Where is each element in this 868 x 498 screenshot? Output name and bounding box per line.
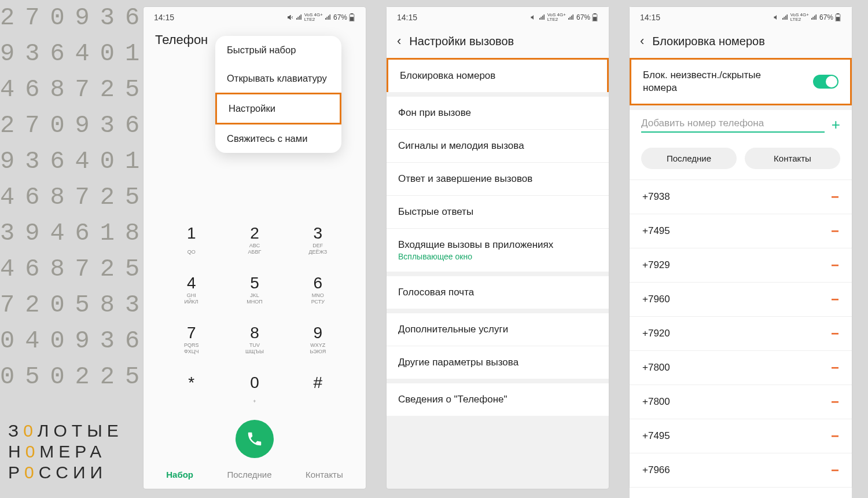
tab-recent[interactable]: Последние	[227, 470, 271, 479]
settings-item[interactable]: Другие параметры вызова	[387, 346, 609, 379]
menu-item[interactable]: Открывать клавиатуру	[215, 64, 341, 93]
settings-item[interactable]: Блокировка номеров	[387, 58, 609, 92]
blocked-row: +7800−	[630, 350, 852, 385]
source-chips: Последние Контакты	[630, 141, 852, 180]
settings-item[interactable]: Ответ и завершение вызовов	[387, 163, 609, 196]
blocked-number: +7929	[642, 259, 670, 271]
battery-percent: 67%	[576, 13, 590, 21]
remove-icon[interactable]: −	[831, 189, 839, 205]
dial-key[interactable]: 6MNOРСТУ	[286, 265, 350, 314]
dial-key[interactable]: 8TUVШЩЪЫ	[223, 314, 286, 364]
dial-key[interactable]: 9WXYZЬЭЮЯ	[286, 314, 350, 364]
tab-contacts[interactable]: Контакты	[306, 470, 343, 479]
phone-screen-3: 14:15 VoS 4G+LTE2 67% ‹ Блокировка номер…	[630, 7, 852, 489]
dial-key[interactable]: 1 QO	[160, 215, 223, 265]
remove-icon[interactable]: −	[831, 325, 839, 342]
blocked-row: +7938−	[630, 180, 852, 214]
add-number-row: Добавить номер телефона +	[630, 110, 852, 141]
blocked-row: +7929−	[630, 248, 852, 282]
remove-icon[interactable]: −	[831, 257, 839, 273]
blocked-number: +7960	[642, 294, 670, 305]
tab-dial[interactable]: Набор	[166, 470, 193, 479]
status-bar: 14:15 VoS 4G+LTE2 67%	[387, 7, 609, 24]
status-time: 14:15	[154, 13, 174, 22]
settings-item[interactable]: Быстрые ответы	[387, 196, 609, 229]
blocked-number: +7938	[642, 191, 670, 203]
status-time: 14:15	[397, 13, 417, 22]
overflow-menu: Быстрый наборОткрывать клавиатуруНастрой…	[215, 36, 341, 153]
toggle-switch[interactable]	[813, 75, 838, 89]
block-unknown-row[interactable]: Блок. неизвестн./скрытые номера	[630, 58, 852, 105]
add-icon[interactable]: +	[832, 116, 840, 134]
svg-rect-5	[593, 17, 597, 21]
settings-item[interactable]: Сигналы и мелодия вызова	[387, 130, 609, 163]
dial-key[interactable]: #	[286, 364, 350, 414]
remove-icon[interactable]: −	[831, 394, 839, 410]
page-header: ‹ Блокировка номеров	[630, 24, 852, 58]
blocked-number: +7495	[642, 430, 670, 442]
remove-icon[interactable]: −	[831, 428, 839, 444]
blocked-list: +7938−+7495−+7929−+7960−+7920−+7800−+780…	[630, 180, 852, 498]
settings-item[interactable]: Входящие вызовы в приложенияхВсплывающее…	[387, 229, 609, 272]
svg-rect-2	[350, 17, 354, 21]
blocked-number: +7966	[642, 464, 670, 476]
back-icon[interactable]: ‹	[640, 34, 644, 49]
block-unknown-label: Блок. неизвестн./скрытые номера	[643, 69, 793, 94]
page-title: Настройки вызовов	[409, 35, 514, 48]
dial-key[interactable]: *	[160, 364, 223, 414]
signal-icon	[295, 14, 303, 21]
blocked-row: +7495−	[630, 214, 852, 248]
status-time: 14:15	[640, 13, 660, 22]
settings-item[interactable]: Сведения о "Телефоне"	[387, 383, 609, 416]
back-icon[interactable]: ‹	[397, 34, 401, 49]
battery-percent: 67%	[333, 13, 347, 21]
battery-icon	[591, 13, 598, 21]
call-button[interactable]	[236, 420, 274, 458]
remove-icon[interactable]: −	[831, 291, 839, 307]
page-header: ‹ Настройки вызовов	[387, 24, 609, 58]
remove-icon[interactable]: −	[831, 223, 839, 239]
settings-item[interactable]: Фон при вызове	[387, 97, 609, 130]
blocked-number: +7800	[642, 362, 670, 374]
dial-key[interactable]: 2ABCАБВГ	[223, 215, 286, 265]
battery-percent: 67%	[819, 13, 833, 21]
signal-icon-2	[324, 14, 332, 21]
menu-item[interactable]: Быстрый набор	[215, 36, 341, 64]
blocked-number: +7800	[642, 396, 670, 408]
remove-icon[interactable]: −	[831, 360, 839, 376]
phone-icon	[246, 430, 263, 448]
signal-icon	[538, 14, 546, 21]
settings-list: Блокировка номеровФон при вызовеСигналы …	[387, 58, 609, 416]
dial-key[interactable]: 5JKLМНОП	[223, 265, 286, 314]
phone-screen-1: 14:15 VoS 4G+LTE2 67% Телефон Быстрый на…	[144, 7, 366, 489]
battery-icon	[834, 13, 841, 21]
status-right: VoS 4G+LTE2 67%	[530, 13, 598, 22]
signal-icon-2	[567, 14, 575, 21]
blocked-number: +7920	[642, 328, 670, 339]
status-bar: 14:15 VoS 4G+LTE2 67%	[144, 7, 366, 24]
brand-logo: З0ЛОТЫЕ Н0МЕРА Р0ССИИ	[8, 420, 123, 483]
settings-item[interactable]: Голосовая почта	[387, 276, 609, 309]
menu-item[interactable]: Настройки	[215, 93, 341, 124]
blocked-row: +7909−	[630, 487, 852, 498]
mute-icon	[530, 14, 537, 21]
mute-icon	[773, 14, 780, 21]
blocked-row: +7960−	[630, 282, 852, 316]
chip-recent[interactable]: Последние	[641, 148, 737, 169]
dialpad: 1 QO2ABCАБВГ3DEFДЕЁЖЗ4GHIИЙКЛ5JKLМНОП6MN…	[144, 215, 366, 414]
page-title: Блокировка номеров	[652, 35, 765, 48]
menu-item[interactable]: Свяжитесь с нами	[215, 124, 341, 153]
signal-icon	[781, 14, 789, 21]
blocked-row: +7920−	[630, 316, 852, 350]
dial-key[interactable]: 0 +	[223, 364, 286, 414]
dial-key[interactable]: 4GHIИЙКЛ	[160, 265, 223, 314]
remove-icon[interactable]: −	[831, 462, 839, 478]
dial-key[interactable]: 3DEFДЕЁЖЗ	[286, 215, 350, 265]
chip-contacts[interactable]: Контакты	[745, 148, 840, 169]
settings-item[interactable]: Дополнительные услуги	[387, 313, 609, 346]
status-right: VoS 4G+LTE2 67%	[287, 13, 355, 22]
mute-icon	[287, 14, 294, 21]
status-bar: 14:15 VoS 4G+LTE2 67%	[630, 7, 852, 24]
add-number-input[interactable]: Добавить номер телефона	[641, 118, 825, 133]
dial-key[interactable]: 7PQRSФХЦЧ	[160, 314, 223, 364]
